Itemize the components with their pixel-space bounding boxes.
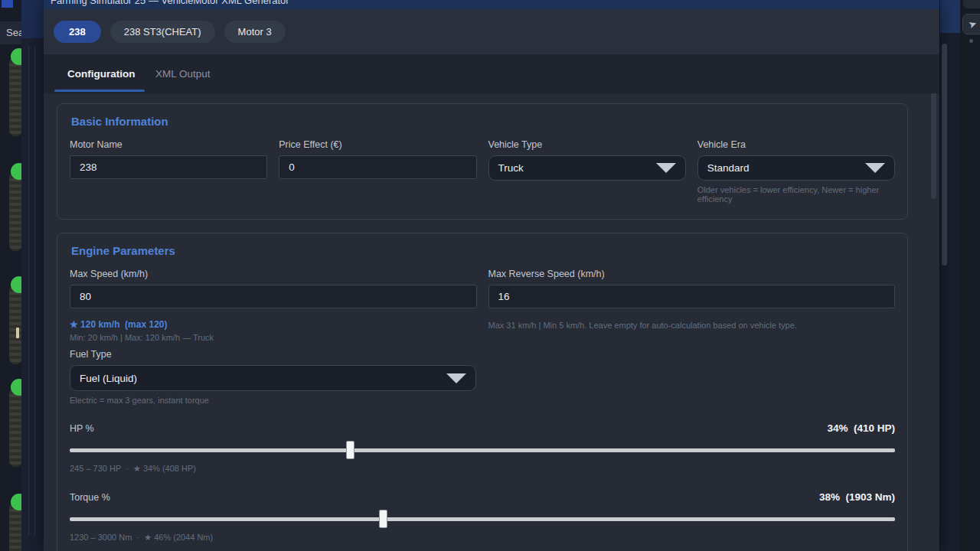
tire-image <box>9 172 22 251</box>
section-title: Engine Parameters <box>71 244 893 257</box>
max-speed-recommended: ★ 120 km/h (max 120) <box>70 319 477 330</box>
vehicle-era-field-group: Vehicle Era Standard Older vehicles = lo… <box>697 139 895 204</box>
background-dot <box>969 39 973 43</box>
chevron-down-icon <box>865 163 885 173</box>
section-title: Basic Information <box>71 115 893 128</box>
motor-name-label: Motor Name <box>70 139 267 150</box>
window-scrollbar-thumb[interactable] <box>942 44 947 266</box>
dialog-titlebar: Farming Simulator 25 — VehicleMotor XML … <box>44 0 939 9</box>
tire-valve <box>16 328 19 338</box>
background-card-edge <box>28 46 29 536</box>
vehicle-type-field-group: Vehicle Type Truck <box>488 139 686 204</box>
tire-image <box>9 388 22 467</box>
motor-tab-row: 238 238 ST3(CHEAT) Motor 3 <box>44 9 939 54</box>
vehicle-type-select[interactable]: Truck <box>488 155 686 181</box>
chevron-down-icon <box>656 163 676 173</box>
modal-scrollbar-thumb[interactable] <box>931 93 936 199</box>
torque-slider-block: Torque % 38% (1903 Nm) 1230 – 3000 Nm · … <box>70 491 895 543</box>
background-blue-square <box>2 0 13 8</box>
paper-plane-icon: ➤ <box>966 18 978 31</box>
configuration-panel: Basic Information Motor Name Price Effec… <box>44 93 939 551</box>
background-header-fragment <box>940 0 960 33</box>
vehicle-era-value: Standard <box>707 162 750 174</box>
vehicle-era-select[interactable]: Standard <box>697 155 895 181</box>
motor-name-input[interactable] <box>70 155 267 179</box>
max-speed-input[interactable] <box>70 285 477 308</box>
vehicle-era-label: Vehicle Era <box>697 139 895 150</box>
fuel-type-label: Fuel Type <box>70 349 476 360</box>
torque-slider[interactable] <box>70 510 895 528</box>
vehicle-type-value: Truck <box>498 162 524 174</box>
motor-tab-motor-3[interactable]: Motor 3 <box>224 21 286 43</box>
backdrop-strip-right <box>940 0 960 551</box>
tab-configuration[interactable]: Configuration <box>67 54 135 93</box>
send-button[interactable]: ➤ <box>962 14 980 34</box>
hp-slider-block: HP % 34% (410 HP) 245 – 730 HP · ★ 34% (… <box>70 422 895 474</box>
max-reverse-hint: Max 31 km/h | Min 5 km/h. Leave empty fo… <box>488 321 896 330</box>
tire-image <box>9 57 22 136</box>
background-sidebar: Sea <box>0 0 21 551</box>
fuel-type-select[interactable]: Fuel (Liquid) <box>70 365 476 391</box>
price-effect-label: Price Effect (€) <box>279 139 476 150</box>
fuel-type-field-group: Fuel Type Fuel (Liquid) Electric = max 3… <box>70 349 476 405</box>
background-header-fragment <box>21 0 44 38</box>
engine-parameters-section: Engine Parameters Max Speed (km/h) ★ 120… <box>57 233 908 551</box>
slider-track <box>70 517 895 521</box>
max-speed-label: Max Speed (km/h) <box>70 269 477 279</box>
motor-tab-238[interactable]: 238 <box>54 21 101 43</box>
chevron-down-icon <box>446 373 466 383</box>
slider-thumb[interactable] <box>346 441 354 459</box>
max-reverse-field-group: Max Reverse Speed (km/h) Max 31 km/h | M… <box>488 269 896 342</box>
torque-slider-value: 38% (1903 Nm) <box>819 491 895 503</box>
fuel-type-value: Fuel (Liquid) <box>80 373 137 384</box>
max-speed-hint: Min: 20 km/h | Max: 120 km/h — Truck <box>70 333 477 342</box>
search-label: Sea <box>6 27 21 38</box>
fuel-type-hint: Electric = max 3 gears, instant torque <box>70 396 476 405</box>
tire-image <box>9 285 22 364</box>
motor-tab-238-st3[interactable]: 238 ST3(CHEAT) <box>110 21 215 43</box>
max-reverse-label: Max Reverse Speed (km/h) <box>488 269 896 279</box>
max-reverse-input[interactable] <box>488 285 896 308</box>
active-tab-underline <box>54 90 145 92</box>
hp-slider-hint: 245 – 730 HP · ★ 34% (408 HP) <box>70 464 895 474</box>
background-right-panel: ➤ <box>960 0 980 551</box>
background-panel-fragment <box>963 0 980 8</box>
motor-name-field-group: Motor Name <box>70 139 267 204</box>
torque-slider-hint: 1230 – 3000 Nm · ★ 46% (2044 Nm) <box>70 533 895 543</box>
vehicle-era-hint: Older vehicles = lower efficiency, Newer… <box>697 185 895 204</box>
price-effect-field-group: Price Effect (€) <box>279 139 476 204</box>
slider-thumb[interactable] <box>379 510 387 528</box>
search-bar[interactable]: Sea <box>0 21 21 44</box>
tab-xml-output[interactable]: XML Output <box>155 54 211 93</box>
dialog-title: Farming Simulator 25 — VehicleMotor XML … <box>51 0 289 6</box>
hp-slider-label: HP % <box>70 423 94 434</box>
backdrop-strip-left <box>21 0 44 551</box>
view-tab-bar: Configuration XML Output <box>44 54 939 93</box>
torque-slider-label: Torque % <box>70 492 110 503</box>
vehiclemotor-generator-dialog: Farming Simulator 25 — VehicleMotor XML … <box>44 0 939 551</box>
price-effect-input[interactable] <box>279 155 476 179</box>
hp-slider[interactable] <box>70 441 895 459</box>
slider-track <box>70 448 895 452</box>
basic-information-section: Basic Information Motor Name Price Effec… <box>57 103 908 220</box>
vehicle-type-label: Vehicle Type <box>488 139 686 150</box>
max-speed-field-group: Max Speed (km/h) ★ 120 km/h (max 120) Mi… <box>70 269 477 342</box>
background-card-edge <box>34 46 35 536</box>
hp-slider-value: 34% (410 HP) <box>827 422 895 434</box>
